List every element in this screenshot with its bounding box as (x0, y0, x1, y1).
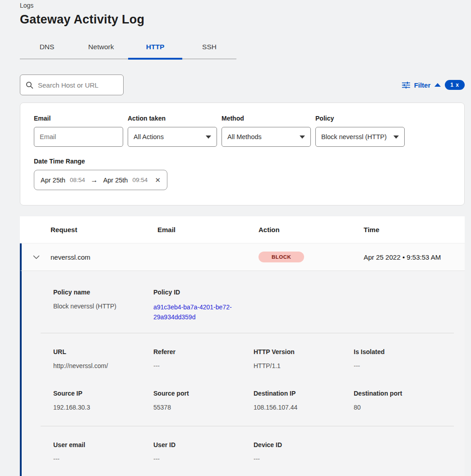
http-detail-row-2: Source IP 192.168.30.3 Source port 55378… (22, 390, 465, 411)
table-row[interactable]: neverssl.com BLOCK Apr 25 2022 • 9:53:53… (20, 243, 465, 271)
policy-name-cell: Policy name Block neverssl (HTTP) (53, 289, 153, 322)
detail-cell: HTTP Version HTTP/1.1 (254, 348, 354, 369)
section-divider (41, 333, 454, 333)
row-time: Apr 25 2022 • 9:53:53 AM (364, 253, 465, 261)
detail-cell: URL http://neverssl.com/ (53, 348, 153, 369)
chevron-down-icon (206, 135, 211, 139)
user-detail-row: User email --- User ID --- Device ID --- (22, 441, 465, 462)
filter-fields-row: Email Action taken All Actions Method Al… (34, 115, 451, 147)
column-header-request: Request (51, 226, 157, 233)
collapse-caret-icon[interactable] (434, 83, 441, 87)
filter-count-badge[interactable]: 1 x (445, 80, 465, 90)
detail-cell: Source IP 192.168.30.3 (53, 390, 153, 411)
tab-dns[interactable]: DNS (20, 37, 74, 59)
filter-panel: Email Action taken All Actions Method Al… (20, 103, 465, 205)
detail-cell: Referer --- (153, 348, 254, 369)
row-expander-cell[interactable] (22, 255, 51, 259)
detail-cell: Device ID --- (254, 441, 354, 462)
row-action-cell: BLOCK (259, 252, 364, 262)
policy-id-cell: Policy ID a91c3eb4-ba7a-4201-be72-29a934… (153, 289, 254, 322)
policy-select[interactable]: Block neverssl (HTTP) (315, 127, 405, 147)
filter-toggle-button[interactable]: Filter (414, 81, 431, 89)
breadcrumb[interactable]: Logs (20, 2, 465, 9)
tab-ssh[interactable]: SSH (182, 37, 236, 59)
column-header-email: Email (157, 226, 259, 233)
tab-http[interactable]: HTTP (128, 37, 182, 59)
method-label: Method (222, 115, 311, 122)
policy-id-label: Policy ID (153, 289, 245, 296)
range-start-date[interactable]: Apr 25th (41, 177, 65, 184)
gateway-activity-log-page: Logs Gateway Activity Log DNS Network HT… (0, 0, 471, 476)
email-filter-field: Email (34, 115, 123, 147)
policy-id-link[interactable]: a91c3eb4-ba7a-4201-be72-29a934dd359d (153, 303, 241, 322)
action-taken-value: All Actions (134, 133, 164, 140)
log-type-tabs: DNS Network HTTP SSH (20, 37, 236, 59)
chevron-down-icon (300, 135, 305, 139)
detail-cell: Destination IP 108.156.107.44 (254, 390, 354, 411)
range-arrow-icon: → (90, 176, 99, 184)
page-title: Gateway Activity Log (20, 13, 465, 27)
action-taken-select[interactable]: All Actions (128, 127, 217, 147)
method-value: All Methods (227, 133, 262, 140)
block-status-badge: BLOCK (259, 252, 304, 262)
detail-cell: Destination port 80 (354, 390, 465, 411)
detail-cell: Source port 55378 (153, 390, 254, 411)
action-taken-field: Action taken All Actions (128, 115, 217, 147)
policy-value: Block neverssl (HTTP) (321, 133, 387, 140)
row-expanded-detail: Policy name Block neverssl (HTTP) Policy… (20, 271, 465, 476)
search-box[interactable] (20, 75, 124, 95)
method-select[interactable]: All Methods (222, 127, 311, 147)
http-detail-row-1: URL http://neverssl.com/ Referer --- HTT… (22, 348, 465, 369)
row-request: neverssl.com (51, 253, 157, 261)
detail-cell: Is Isolated --- (354, 348, 465, 369)
policy-section: Policy name Block neverssl (HTTP) Policy… (22, 289, 465, 322)
detail-cell: User email --- (53, 441, 153, 462)
policy-field: Policy Block neverssl (HTTP) (315, 115, 405, 147)
chevron-down-icon (33, 255, 40, 259)
date-time-range-label: Date Time Range (34, 158, 451, 165)
policy-label: Policy (315, 115, 405, 122)
filter-controls: Filter 1 x (402, 80, 465, 90)
column-header-time: Time (364, 226, 465, 233)
detail-cell: User ID --- (153, 441, 254, 462)
range-end-date[interactable]: Apr 25th (103, 177, 128, 184)
section-divider (41, 426, 454, 426)
clear-range-icon[interactable]: ✕ (155, 176, 161, 184)
email-filter-label: Email (34, 115, 123, 122)
search-input[interactable] (38, 81, 118, 89)
toolbar: Filter 1 x (20, 75, 465, 95)
email-filter-input[interactable] (34, 127, 123, 147)
action-taken-label: Action taken (128, 115, 217, 122)
chevron-down-icon (393, 135, 399, 139)
search-icon (26, 81, 33, 89)
date-time-range-picker[interactable]: Apr 25th 08:54 → Apr 25th 09:54 ✕ (34, 170, 167, 190)
table-header-row: Request Email Action Time (20, 216, 465, 243)
policy-name-label: Policy name (53, 289, 144, 296)
range-start-time[interactable]: 08:54 (70, 177, 85, 183)
column-header-action: Action (259, 226, 364, 233)
method-field: Method All Methods (222, 115, 311, 147)
range-end-time[interactable]: 09:54 (132, 177, 148, 183)
activity-log-table: Request Email Action Time neverssl.com B… (20, 216, 465, 476)
policy-name-value: Block neverssl (HTTP) (53, 303, 144, 310)
filter-sliders-icon (402, 82, 410, 89)
tab-network[interactable]: Network (74, 37, 128, 59)
